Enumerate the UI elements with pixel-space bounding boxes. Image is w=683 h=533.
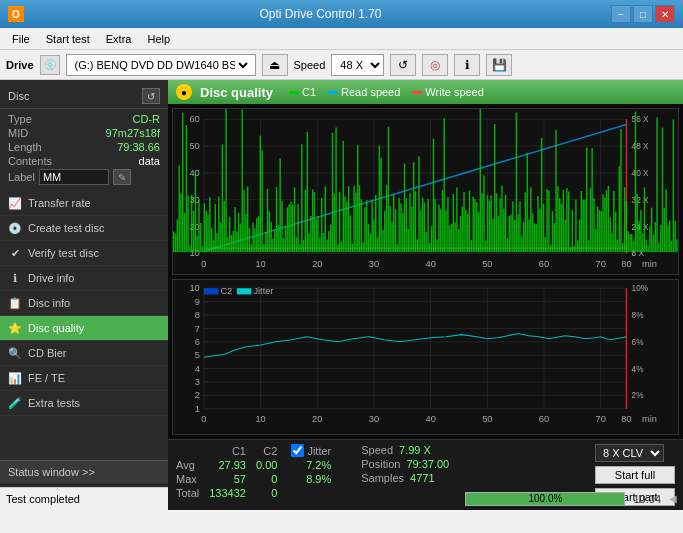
refresh-button[interactable]: ↺ [390, 54, 416, 76]
svg-rect-249 [550, 245, 551, 252]
save-button[interactable]: 💾 [486, 54, 512, 76]
samples-value: 4771 [410, 472, 434, 484]
svg-rect-191 [445, 210, 446, 252]
svg-rect-97 [276, 187, 277, 252]
clv-speed-select[interactable]: 8 X CLV [595, 444, 664, 462]
svg-rect-132 [339, 192, 340, 252]
svg-rect-123 [323, 233, 324, 252]
disc-length-row: Length 79:38.66 [8, 141, 160, 153]
svg-rect-240 [534, 223, 535, 252]
stats-avg-c1: 27.93 [209, 458, 256, 472]
sidebar-item-cd-bier[interactable]: 🔍 CD Bier [0, 341, 168, 366]
drive-select-wrapper[interactable]: (G:) BENQ DVD DD DW1640 BSRB [66, 54, 256, 76]
svg-rect-294 [631, 234, 632, 252]
svg-rect-49 [189, 246, 190, 252]
svg-rect-254 [559, 198, 560, 252]
svg-rect-109 [297, 204, 298, 252]
svg-rect-197 [456, 188, 457, 253]
create-test-disc-icon: 💿 [8, 221, 22, 235]
speed-value-stat: 7.99 X [399, 444, 431, 456]
svg-text:10: 10 [189, 283, 199, 293]
svg-rect-180 [426, 232, 427, 252]
eject-button[interactable]: ⏏ [262, 54, 288, 76]
status-window-button[interactable]: Status window >> [0, 460, 168, 483]
svg-rect-155 [380, 158, 381, 252]
jitter-checkbox[interactable] [291, 444, 304, 457]
svg-rect-51 [193, 211, 194, 252]
sidebar-item-create-test-disc[interactable]: 💿 Create test disc [0, 216, 168, 241]
svg-rect-204 [469, 191, 470, 253]
svg-rect-213 [485, 240, 486, 252]
samples-label: Samples [361, 472, 404, 484]
svg-rect-136 [346, 201, 347, 252]
disc-info-label: Disc info [28, 297, 70, 309]
svg-rect-73 [232, 231, 233, 252]
svg-rect-194 [451, 224, 452, 252]
svg-rect-64 [216, 233, 217, 252]
fe-te-label: FE / TE [28, 372, 65, 384]
svg-rect-122 [321, 198, 322, 252]
svg-rect-170 [408, 229, 409, 253]
info-button[interactable]: ℹ [454, 54, 480, 76]
svg-rect-244 [541, 138, 542, 252]
menu-file[interactable]: File [4, 28, 38, 49]
svg-text:8%: 8% [632, 311, 645, 320]
sidebar-item-transfer-rate[interactable]: 📈 Transfer rate [0, 191, 168, 216]
svg-rect-75 [236, 231, 237, 252]
sidebar-item-verify-test-disc[interactable]: ✔ Verify test disc [0, 241, 168, 266]
svg-rect-302 [645, 240, 646, 252]
svg-rect-78 [241, 109, 242, 252]
disc-refresh-btn[interactable]: ↺ [142, 88, 160, 104]
svg-rect-166 [400, 203, 401, 252]
svg-rect-115 [308, 233, 309, 252]
sidebar-nav: 📈 Transfer rate 💿 Create test disc ✔ Ver… [0, 191, 168, 460]
svg-rect-76 [238, 213, 239, 252]
svg-rect-121 [319, 238, 320, 253]
sidebar-item-disc-info[interactable]: 📋 Disc info [0, 291, 168, 316]
start-full-button[interactable]: Start full [595, 466, 675, 484]
close-button[interactable]: ✕ [655, 5, 675, 23]
panel-header: ● Disc quality C1 Read speed Write speed [168, 80, 683, 104]
svg-rect-160 [389, 206, 390, 252]
svg-rect-239 [532, 213, 533, 252]
svg-rect-172 [411, 206, 412, 252]
stats-c1-header: C1 [209, 444, 256, 458]
maximize-button[interactable]: □ [633, 5, 653, 23]
svg-rect-95 [272, 239, 273, 253]
legend-c1-label: C1 [302, 86, 316, 98]
svg-rect-55 [200, 223, 201, 252]
svg-rect-188 [440, 209, 441, 252]
menu-extra[interactable]: Extra [98, 28, 140, 49]
menu-start-test[interactable]: Start test [38, 28, 98, 49]
legend-write-speed-label: Write speed [425, 86, 484, 98]
svg-rect-207 [474, 199, 475, 252]
speed-label: Speed [294, 59, 326, 71]
svg-text:10: 10 [255, 259, 265, 269]
disc-label-input[interactable] [39, 169, 109, 185]
erase-button[interactable]: ◎ [422, 54, 448, 76]
sidebar-item-disc-quality[interactable]: ⭐ Disc quality [0, 316, 168, 341]
speed-dropdown[interactable]: 48 X [331, 54, 384, 76]
svg-text:2: 2 [195, 390, 200, 400]
svg-rect-119 [316, 220, 317, 253]
svg-text:min: min [642, 259, 657, 269]
svg-rect-253 [557, 186, 558, 252]
speed-select-row: 8 X CLV [595, 444, 675, 462]
label-edit-btn[interactable]: ✎ [113, 169, 131, 185]
svg-rect-221 [499, 199, 500, 253]
svg-rect-173 [413, 162, 414, 252]
svg-rect-53 [196, 235, 197, 252]
svg-rect-176 [418, 156, 419, 252]
svg-rect-262 [573, 246, 574, 252]
drive-dropdown[interactable]: (G:) BENQ DVD DD DW1640 BSRB [71, 58, 251, 72]
sidebar-item-fe-te[interactable]: 📊 FE / TE [0, 366, 168, 391]
sidebar-item-drive-info[interactable]: ℹ Drive info [0, 266, 168, 291]
minimize-button[interactable]: − [611, 5, 631, 23]
menu-help[interactable]: Help [139, 28, 178, 49]
svg-rect-266 [581, 191, 582, 252]
svg-rect-129 [333, 194, 334, 253]
svg-text:6: 6 [195, 337, 200, 347]
disc-mid-label: MID [8, 127, 28, 139]
sidebar-item-extra-tests[interactable]: 🧪 Extra tests [0, 391, 168, 416]
svg-rect-110 [299, 244, 300, 252]
